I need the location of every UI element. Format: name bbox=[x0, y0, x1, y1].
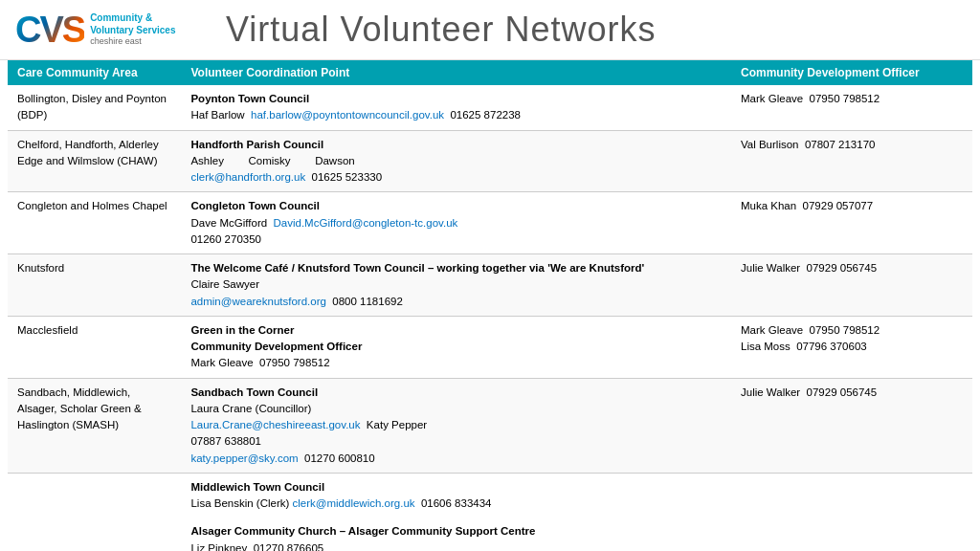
area-cell: Chelford, Handforth, Alderley Edge and W… bbox=[8, 130, 181, 192]
coord-line-a1: Liz Pinkney 01270 876605 bbox=[190, 540, 722, 552]
logo-area: CVS Community & Voluntary Services chesh… bbox=[15, 11, 207, 48]
coord-line2: Laura Crane (Councillor) bbox=[190, 401, 722, 417]
col-header-area: Care Community Area bbox=[8, 60, 181, 85]
email-link[interactable]: clerk@handforth.org.uk bbox=[190, 171, 305, 183]
table-row: Chelford, Handforth, Alderley Edge and W… bbox=[8, 130, 972, 192]
area-cell: Macclesfield bbox=[8, 316, 181, 378]
area-cell bbox=[8, 473, 181, 551]
coord-line3: admin@weareknutsford.org 0800 1181692 bbox=[190, 294, 722, 310]
coord-line3: clerk@handforth.org.uk 01625 523330 bbox=[190, 169, 722, 186]
area-cell: Sandbach, Middlewich, Alsager, Scholar G… bbox=[8, 378, 181, 473]
table-container: Care Community Area Volunteer Coordinati… bbox=[0, 60, 980, 551]
area-cell: Congleton and Holmes Chapel bbox=[8, 192, 181, 254]
coord-line3: 01260 270350 bbox=[190, 231, 722, 248]
table-row: Bollington, Disley and Poynton (BDP) Poy… bbox=[8, 85, 972, 130]
council-name: Congleton Town Council bbox=[190, 198, 722, 214]
officer-cell: Mark Gleave 07950 798512 bbox=[731, 85, 972, 130]
officer-cell: Mark Gleave 07950 798512 Lisa Moss 07796… bbox=[731, 316, 972, 378]
email-link[interactable]: haf.barlow@poyntontowncouncil.gov.uk bbox=[251, 109, 444, 121]
officer-cell: Julie Walker 07929 056745 bbox=[731, 254, 972, 317]
coord-cell: Green in the Corner Community Developmen… bbox=[181, 316, 731, 378]
table-header-row: Care Community Area Volunteer Coordinati… bbox=[8, 60, 972, 85]
cvs-letters: CVS bbox=[15, 11, 84, 48]
council-name: Handforth Parish Council bbox=[190, 137, 722, 153]
coord-line3: Laura.Crane@cheshireeast.gov.uk Katy Pep… bbox=[190, 417, 722, 433]
coord-line5: katy.pepper@sky.com 01270 600810 bbox=[190, 451, 722, 467]
coord-line2: Dave McGifford David.McGifford@congleton… bbox=[190, 215, 722, 231]
email-link[interactable]: David.McGifford@congleton-tc.gov.uk bbox=[274, 217, 458, 229]
officer-cell bbox=[731, 473, 972, 551]
coord-cell: Congleton Town Council Dave McGifford Da… bbox=[181, 192, 731, 254]
cvs-tagline: Community & Voluntary Services cheshire … bbox=[90, 11, 175, 48]
header: CVS Community & Voluntary Services chesh… bbox=[0, 0, 980, 60]
sub-title: Community Development Officer bbox=[190, 339, 722, 355]
col-header-officer: Community Development Officer bbox=[731, 60, 972, 85]
coord-line4: 07887 638801 bbox=[190, 433, 722, 450]
council-name: Poynton Town Council bbox=[190, 91, 722, 107]
coord-cell: Handforth Parish Council Ashley Comisky … bbox=[181, 130, 731, 192]
coord-details: Haf Barlow haf.barlow@poyntontowncouncil… bbox=[190, 107, 722, 123]
table-row: Sandbach, Middlewich, Alsager, Scholar G… bbox=[8, 378, 972, 473]
coord-cell: Poynton Town Council Haf Barlow haf.barl… bbox=[181, 85, 731, 130]
email-link-middlewich[interactable]: clerk@middlewich.org.uk bbox=[293, 497, 415, 509]
coord-line2: Claire Sawyer bbox=[190, 276, 722, 293]
table-row: Knutsford The Welcome Café / Knutsford T… bbox=[8, 254, 972, 317]
table-row: Macclesfield Green in the Corner Communi… bbox=[8, 316, 972, 378]
coord-cell: The Welcome Café / Knutsford Town Counci… bbox=[181, 254, 731, 317]
email-link[interactable]: admin@weareknutsford.org bbox=[190, 296, 325, 307]
council-name: Green in the Corner bbox=[190, 322, 722, 339]
officer-cell: Muka Khan 07929 057077 bbox=[731, 192, 972, 254]
cvs-logo: CVS Community & Voluntary Services chesh… bbox=[15, 11, 175, 48]
council-name-middlewich: Middlewich Town Council bbox=[190, 479, 722, 496]
officer-cell: Val Burlison 07807 213170 bbox=[731, 130, 972, 192]
area-cell: Knutsford bbox=[8, 254, 181, 317]
coord-line2: Ashley Comisky Dawson bbox=[190, 153, 722, 169]
council-name: The Welcome Café / Knutsford Town Counci… bbox=[190, 260, 722, 276]
page-title: Virtual Volunteer Networks bbox=[226, 10, 657, 50]
main-table: Care Community Area Volunteer Coordinati… bbox=[8, 60, 972, 551]
coord-cell: Sandbach Town Council Laura Crane (Counc… bbox=[181, 378, 731, 473]
council-name: Sandbach Town Council bbox=[190, 385, 722, 401]
table-row: Middlewich Town Council Lisa Benskin (Cl… bbox=[8, 473, 972, 551]
table-row: Congleton and Holmes Chapel Congleton To… bbox=[8, 192, 972, 254]
officer-cell: Julie Walker 07929 056745 bbox=[731, 378, 972, 473]
coord-line-m1: Lisa Benskin (Clerk) clerk@middlewich.or… bbox=[190, 496, 722, 512]
council-name-alsager: Alsager Community Church – Alsager Commu… bbox=[190, 523, 722, 540]
col-header-coord: Volunteer Coordination Point bbox=[181, 60, 731, 85]
email-link-2[interactable]: katy.pepper@sky.com bbox=[190, 452, 298, 464]
coord-cell: Middlewich Town Council Lisa Benskin (Cl… bbox=[181, 473, 731, 551]
coord-details: Mark Gleave 07950 798512 bbox=[190, 355, 722, 371]
email-link[interactable]: Laura.Crane@cheshireeast.gov.uk bbox=[190, 419, 360, 430]
area-cell: Bollington, Disley and Poynton (BDP) bbox=[8, 85, 181, 130]
